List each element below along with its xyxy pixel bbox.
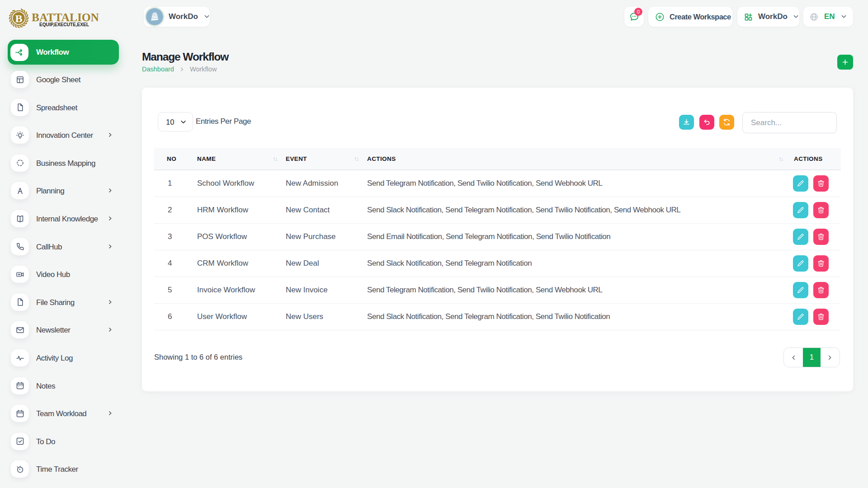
svg-text:B: B (15, 13, 22, 24)
svg-text:EQUIP,EXECUTE,EXEL: EQUIP,EXECUTE,EXEL (39, 22, 89, 27)
